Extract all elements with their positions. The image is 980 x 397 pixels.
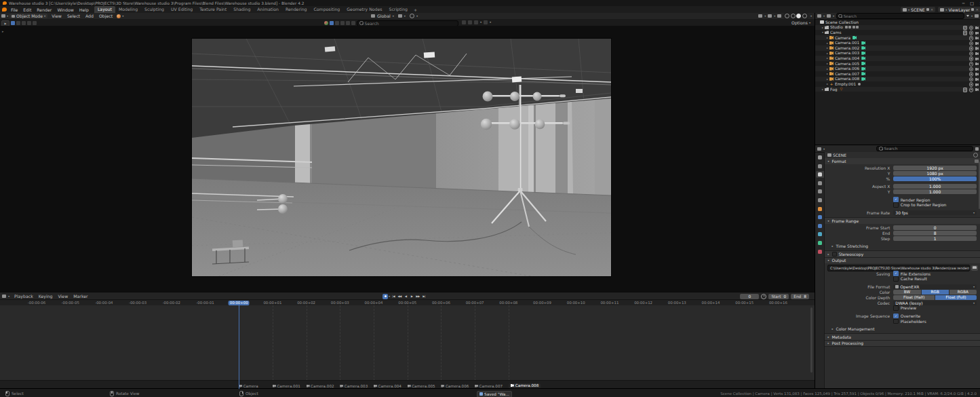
panel-header-stereoscopy[interactable]: ▸Stereoscopy [825,251,980,257]
disable-in-renders-toggle[interactable] [975,37,979,39]
timeline-marker-camera-002[interactable]: Camera.002 [307,384,334,388]
stroke-icon[interactable] [474,20,478,24]
folder-browse-button[interactable] [971,265,978,271]
outliner-row-scene-collection[interactable]: Scene Collection [815,20,980,25]
ruler-tick[interactable]: -00:00-02 [163,301,180,305]
outliner-row-cams[interactable]: ▾Cams✓ [815,30,980,35]
properties-options-icon[interactable] [975,147,979,151]
properties-tab-world[interactable] [816,197,824,204]
frame-start-field[interactable]: Start 0 [768,294,789,299]
outliner-row-camera-004[interactable]: ▸Camera.004 [815,56,980,61]
panel-header-output[interactable]: ▾Output [825,258,980,264]
value-field-y[interactable]: 1.000 [893,189,977,194]
segment-option-rgba[interactable]: RGBA [949,290,977,295]
properties-tab-object[interactable] [816,206,824,212]
jump-to-end-button[interactable]: ▶| [421,294,427,299]
workspace-tab-shading[interactable]: Shading [230,6,254,13]
panel-header-post-processing[interactable]: ▸Post Processing [825,341,980,347]
checkbox-placeholders[interactable] [893,319,898,324]
view-layer-selector[interactable]: ▾ ViewLayer × [938,7,980,12]
ruler-tick[interactable]: -00:00-05 [62,301,79,305]
previous-keyframe-button[interactable]: ◀◀ [397,294,402,299]
outliner-row-camera-007[interactable]: ▸Camera.007 [815,71,980,77]
ruler-tick[interactable]: 00:00+14 [702,301,720,305]
workspace-tab-sculpting[interactable]: Sculpting [141,6,168,13]
material-preview-icon[interactable] [796,14,801,18]
menu-help[interactable]: Help [77,7,92,12]
value-slider-[interactable]: 100% [893,176,977,181]
segment-option-bw[interactable]: BW [893,290,920,295]
disable-in-renders-toggle[interactable] [975,88,979,91]
disable-in-renders-toggle[interactable] [975,78,979,81]
menu-edit[interactable]: Edit [20,7,34,12]
editor-type-icon[interactable] [817,14,821,18]
ruler-tick[interactable]: 00:00+07 [466,301,484,305]
disclosure-closed-icon[interactable]: ▸ [825,46,829,50]
segment-option-rgb[interactable]: RGB [922,290,949,295]
maximize-button[interactable]: □ [970,1,974,5]
outliner-row-camera-002[interactable]: ▸Camera.002 [815,45,980,51]
scene-selector[interactable]: ▾ SCENE × [901,7,935,12]
menu-render[interactable]: Render [34,7,54,12]
disclosure-closed-icon[interactable]: ▸ [825,72,829,75]
workspace-tab-rendering[interactable]: Rendering [282,6,311,13]
disable-in-renders-toggle[interactable] [975,26,979,29]
menu-file[interactable]: File [8,7,20,12]
minimize-button[interactable]: ─ [962,1,965,5]
timeline-menu-marker[interactable]: Marker [71,294,90,299]
checkbox-render-region[interactable]: ✓ [893,197,898,202]
blender-menu-icon[interactable] [2,7,7,12]
outliner-row-camera-005[interactable]: ▸Camera.005 [815,61,980,67]
disable-in-renders-toggle[interactable] [975,83,979,86]
checkbox-crop-to-render-region[interactable] [893,202,898,207]
editor-type-icon[interactable] [2,295,6,298]
filter-funnel-icon[interactable] [966,15,969,17]
timeline-scrollbar[interactable] [810,307,812,373]
options-button[interactable]: Options ▾ [791,20,810,25]
outliner-row-empty-001[interactable]: ▸+Empty.001 [815,81,980,87]
checkbox-overwrite[interactable]: ✓ [893,314,898,318]
mirror-icon[interactable] [462,20,466,24]
editor-type-icon[interactable] [1,14,5,18]
disable-in-renders-toggle[interactable] [975,52,979,55]
properties-search-input[interactable]: Search [876,146,973,152]
ruler-tick[interactable]: 00:00+02 [297,301,315,305]
timeline-menu-view[interactable]: View [56,294,71,299]
texture-toggle-icon[interactable] [330,21,334,25]
ruler-tick[interactable]: -00:00-01 [196,301,214,305]
outliner-row-studio[interactable]: ▸Studio✓ [815,25,980,31]
select-file-format[interactable]: OpenEXR▾ [893,284,977,289]
region-corner-icon[interactable]: ▸ [2,29,4,33]
value-field-frame-start[interactable]: 0 [893,225,977,230]
viewport-3d[interactable]: ▸ [0,26,815,292]
timeline-marker-camera-001[interactable]: Camera.001 [273,384,300,388]
workspace-tab-animation[interactable]: Animation [254,6,282,13]
timeline-marker-camera-008[interactable]: Camera.008 [509,383,541,388]
value-field-y[interactable]: 1080 px [893,171,977,176]
next-keyframe-button[interactable]: ▶▶ [415,294,420,299]
disclosure-closed-icon[interactable]: ▸ [825,52,829,55]
segment-option-float-full[interactable]: Float (Full) [935,295,977,300]
ruler-tick[interactable]: 00:00+09 [533,301,551,305]
camera-view-frame[interactable] [192,39,611,276]
exclude-checkbox[interactable]: ✓ [963,88,968,92]
disable-in-renders-toggle[interactable] [975,32,979,35]
ruler-tick[interactable]: 00:00+01 [263,301,281,305]
ruler-tick[interactable]: 00:00+05 [398,301,416,305]
panel-checkbox[interactable] [832,252,837,257]
properties-tab-output[interactable] [816,171,824,178]
tool-icon[interactable] [33,21,37,25]
brush-icon[interactable] [346,21,350,25]
falloff-icon[interactable] [468,20,472,24]
cursor-icon[interactable] [484,20,488,24]
ruler-tick[interactable]: 00:00+10 [567,301,585,305]
panel-header-metadata[interactable]: ▸Metadata [825,334,980,340]
brush-icon[interactable] [351,21,355,25]
timeline-marker-camera-004[interactable]: Camera.004 [374,384,401,388]
subpanel-color-management[interactable]: ▸Color Management [825,326,980,332]
properties-tab-render[interactable] [816,163,824,170]
ruler-tick[interactable]: 00:00+04 [365,301,383,305]
active-tool-icon[interactable] [117,14,121,18]
workspace-tab-uv-editing[interactable]: UV Editing [168,6,196,13]
subpanel-time-stretching[interactable]: ▸Time Stretching [825,244,980,249]
